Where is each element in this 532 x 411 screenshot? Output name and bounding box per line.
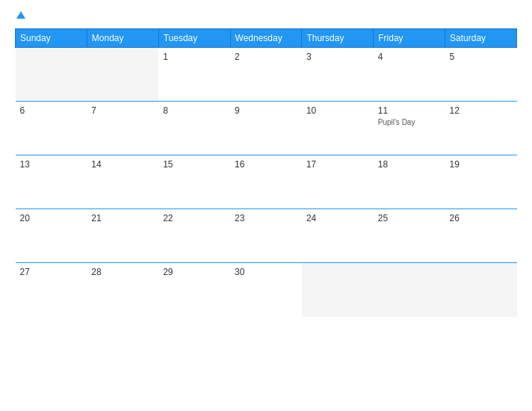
day-number: 2 [235,52,297,62]
calendar-week-row: 27282930 [16,263,517,317]
calendar-day-cell: 14 [87,155,158,209]
calendar-day-cell: 10 [302,102,374,155]
calendar-day-cell: 2 [230,48,302,102]
calendar-day-cell: 4 [374,48,445,102]
calendar-day-cell: 15 [158,155,230,209]
calendar-day-cell: 13 [16,155,87,209]
day-number: 23 [235,213,297,223]
calendar-day-cell: 29 [158,263,230,317]
day-number: 26 [450,213,513,223]
weekday-header: Sunday [16,29,87,48]
day-number: 1 [163,52,226,62]
calendar-day-cell: 19 [445,155,517,209]
calendar-day-cell: 23 [230,209,302,263]
calendar-week-row: 13141516171819 [16,155,517,209]
calendar-day-cell: 12 [445,102,517,155]
day-number: 25 [378,213,441,223]
day-number: 14 [91,159,154,170]
calendar-day-cell: 16 [230,155,302,209]
day-number: 12 [450,105,513,116]
day-number: 16 [235,159,297,170]
calendar-day-cell: 21 [87,209,158,263]
calendar-day-cell: 27 [16,263,87,317]
calendar-table: SundayMondayTuesdayWednesdayThursdayFrid… [15,28,517,317]
calendar-day-cell: 11Pupil's Day [374,102,445,155]
day-number: 11 [378,105,441,116]
logo [15,12,25,19]
calendar-container: SundayMondayTuesdayWednesdayThursdayFrid… [0,0,532,411]
calendar-day-cell [302,263,374,317]
weekday-header: Wednesday [230,29,302,48]
day-number: 27 [20,267,83,277]
weekday-header: Tuesday [158,29,230,48]
day-number: 22 [163,213,226,223]
weekday-header: Saturday [445,29,517,48]
calendar-day-cell: 25 [374,209,445,263]
logo-triangle-icon [16,11,25,19]
day-number: 7 [91,105,154,116]
day-number: 9 [235,105,297,116]
calendar-day-cell: 22 [158,209,230,263]
calendar-day-cell: 26 [445,209,517,263]
calendar-header [15,12,517,19]
calendar-header-row: SundayMondayTuesdayWednesdayThursdayFrid… [16,29,517,48]
calendar-week-row: 12345 [16,48,517,102]
calendar-day-cell: 3 [302,48,374,102]
day-number: 18 [378,159,441,170]
day-number: 17 [306,159,369,170]
holiday-label: Pupil's Day [378,118,441,126]
day-number: 29 [163,267,226,277]
day-number: 8 [163,105,226,116]
day-number: 24 [306,213,369,223]
calendar-day-cell: 24 [302,209,374,263]
weekday-header: Thursday [302,29,374,48]
day-number: 30 [235,267,297,277]
day-number: 10 [306,105,369,116]
calendar-day-cell: 6 [16,102,87,155]
calendar-day-cell: 28 [87,263,158,317]
day-number: 13 [20,159,83,170]
day-number: 19 [450,159,513,170]
day-number: 5 [450,52,513,62]
day-number: 4 [378,52,441,62]
day-number: 6 [20,105,83,116]
day-number: 28 [91,267,154,277]
calendar-day-cell: 5 [445,48,517,102]
calendar-week-row: 67891011Pupil's Day12 [16,102,517,155]
calendar-day-cell: 20 [16,209,87,263]
calendar-day-cell: 7 [87,102,158,155]
calendar-day-cell: 30 [230,263,302,317]
day-number: 15 [163,159,226,170]
calendar-day-cell: 1 [158,48,230,102]
day-number: 3 [306,52,369,62]
calendar-day-cell [16,48,87,102]
day-number: 21 [91,213,154,223]
calendar-day-cell: 18 [374,155,445,209]
calendar-day-cell [87,48,158,102]
calendar-week-row: 20212223242526 [16,209,517,263]
calendar-day-cell: 9 [230,102,302,155]
calendar-day-cell: 17 [302,155,374,209]
day-number: 20 [20,213,83,223]
weekday-header: Monday [87,29,158,48]
weekday-header: Friday [374,29,445,48]
calendar-day-cell [374,263,445,317]
calendar-day-cell [445,263,517,317]
calendar-day-cell: 8 [158,102,230,155]
